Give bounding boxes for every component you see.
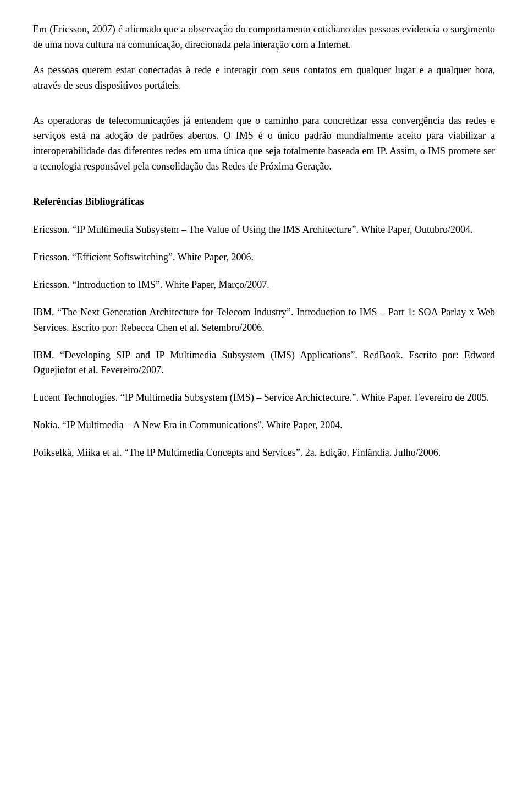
reference-6: Lucent Technologies. “IP Multimedia Subs… [33, 390, 495, 406]
reference-5: IBM. “Developing SIP and IP Multimedia S… [33, 348, 495, 379]
page-content: Em (Ericsson, 2007) é afirmado que a obs… [0, 0, 528, 812]
paragraph-2: As pessoas querem estar conectadas à red… [33, 63, 495, 94]
reference-7: Nokia. “IP Multimedia – A New Era in Com… [33, 418, 495, 433]
paragraph-1: Em (Ericsson, 2007) é afirmado que a obs… [33, 22, 495, 53]
paragraph-3: As operadoras de telecomunicações já ent… [33, 113, 495, 175]
reference-1: Ericsson. “IP Multimedia Subsystem – The… [33, 222, 495, 238]
reference-4: IBM. “The Next Generation Architecture f… [33, 305, 495, 336]
reference-8: Poikselkä, Miika et al. “The IP Multimed… [33, 445, 495, 461]
references-title: Referências Bibliográficas [33, 194, 495, 209]
reference-3: Ericsson. “Introduction to IMS”. White P… [33, 277, 495, 293]
reference-2: Ericsson. “Efficient Softswitching”. Whi… [33, 250, 495, 265]
